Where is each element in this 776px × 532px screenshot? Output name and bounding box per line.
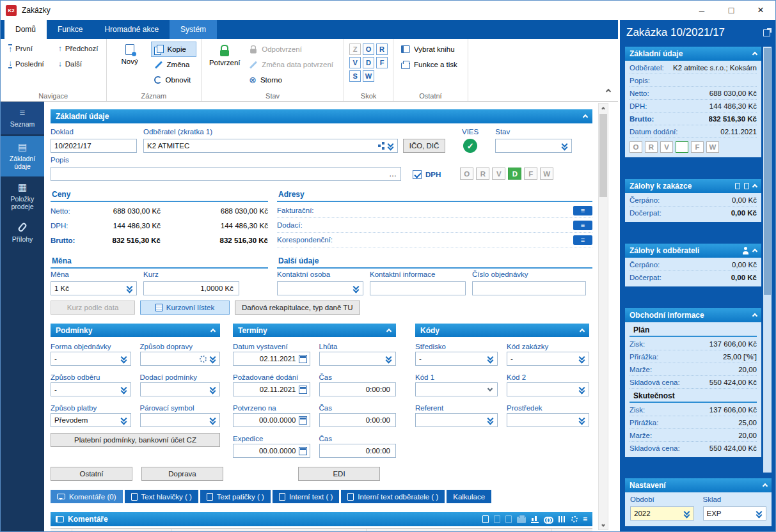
calendar-icon[interactable] [299, 416, 307, 425]
dodaci-podminky-field[interactable] [140, 382, 221, 396]
dropdown-icon[interactable] [209, 385, 217, 394]
kurzovni-listek-button[interactable]: Kurzovní lístek [140, 301, 230, 315]
doprava-button[interactable]: Doprava [141, 467, 223, 481]
sidebar-item-polozky-prodeje[interactable]: ▦Položky prodeje [1, 176, 44, 217]
calendar-icon[interactable] [299, 447, 307, 455]
jump-w-button[interactable]: W [363, 70, 374, 82]
collapse-section-button[interactable] [580, 326, 584, 335]
delete-comment-icon[interactable] [505, 515, 512, 523]
ribbon-tab-funkce[interactable]: Funkce [47, 20, 93, 39]
dropdown-icon[interactable] [578, 416, 586, 425]
confirm-button[interactable]: Potvrzení [207, 42, 242, 87]
dropdown-icon[interactable] [126, 284, 134, 293]
tab-text-paticky[interactable]: Text patičky ( ) [200, 490, 271, 503]
column-poradi[interactable]: Pořadí [552, 529, 592, 532]
kontaktni-informace-field[interactable] [370, 281, 466, 295]
collapse-section-button[interactable] [753, 49, 757, 58]
refresh-button[interactable]: Obnovit [152, 73, 196, 87]
dropdown-icon[interactable] [120, 354, 128, 363]
unconfirm-button[interactable]: Odpotvrzení [246, 42, 338, 56]
calendar-icon[interactable] [299, 355, 307, 363]
change-button[interactable]: Změna [152, 58, 196, 72]
zpusob-platby-field[interactable]: Převodem [51, 413, 131, 427]
dropdown-icon[interactable] [385, 354, 393, 363]
dropdown-icon[interactable] [209, 416, 217, 425]
storno-button[interactable]: ⊗Storno [246, 73, 338, 87]
next-button[interactable]: ↓Další [56, 58, 101, 70]
kod-2-field[interactable] [507, 382, 589, 396]
close-button[interactable] [746, 1, 775, 20]
jump-v-button[interactable]: V [349, 57, 361, 68]
dropdown-icon[interactable] [387, 141, 395, 150]
dropdown-icon[interactable] [352, 284, 360, 293]
ribbon-tab-domu[interactable]: Domů [4, 20, 47, 39]
column-nazev[interactable]: Název [171, 529, 367, 532]
mena-field[interactable]: 1 Kč [51, 281, 137, 295]
copy-button[interactable]: Kopie [152, 42, 196, 56]
doklad-field[interactable]: 10/2021/17 [51, 139, 137, 153]
dropdown-icon[interactable] [578, 354, 586, 363]
ribbon-collapse-button[interactable] [606, 84, 610, 96]
potvrzeno-na-field[interactable]: 00.00.0000 [233, 413, 310, 427]
tab-interni-text-odberatele[interactable]: Interní text odběratele ( ) [341, 490, 445, 503]
new-comment-icon[interactable] [482, 515, 489, 523]
dropdown-icon[interactable] [561, 141, 569, 150]
jump-s-button[interactable]: S [349, 70, 361, 82]
scroll-up-button[interactable] [599, 104, 608, 113]
dropdown-icon[interactable] [487, 354, 495, 363]
cislo-objednavky-field[interactable] [472, 281, 586, 295]
last-button[interactable]: ↓Poslední [6, 58, 47, 70]
minimize-button[interactable] [687, 1, 717, 20]
menu-icon[interactable]: ≡ [583, 515, 587, 523]
dropdown-icon[interactable] [578, 385, 586, 394]
jump-r-button[interactable]: R [376, 43, 388, 55]
sidebar-item-seznam[interactable]: ≡Seznam [1, 102, 44, 134]
kontaktni-osoba-field[interactable] [277, 281, 363, 295]
collapse-section-button[interactable] [763, 481, 767, 490]
jump-f-button[interactable]: F [376, 57, 388, 68]
expedice-field[interactable]: 00.00.0000 [233, 444, 310, 458]
dropdown-icon[interactable] [683, 509, 691, 518]
tab-kalkulace[interactable]: Kalkulace [447, 490, 491, 503]
address-menu-button[interactable] [573, 235, 592, 245]
open-external-icon[interactable] [763, 29, 770, 36]
collapse-section-button[interactable] [753, 182, 757, 191]
address-menu-button[interactable] [573, 206, 592, 215]
ellipsis-button[interactable] [388, 169, 398, 178]
scrollbar-thumb[interactable] [599, 114, 607, 197]
panel-scrollbar-thumb[interactable] [764, 48, 771, 295]
stredisko-field[interactable]: - [415, 352, 498, 366]
forma-objednavky-field[interactable]: - [51, 352, 131, 366]
select-book-button[interactable]: Vybrat knihu [399, 42, 463, 56]
pozadovane-dodani-field[interactable]: 02.11.2021 [233, 382, 310, 396]
barcode-icon[interactable] [558, 516, 566, 522]
jump-d-button[interactable]: D [363, 57, 374, 68]
jump-z-button[interactable]: Z [349, 43, 361, 55]
print-icon[interactable] [517, 517, 526, 523]
collapse-section-button[interactable] [211, 326, 215, 335]
chevron-down-icon[interactable] [487, 386, 493, 391]
cas-dodani-field[interactable]: 0:00:00 [319, 382, 397, 396]
gear-icon[interactable] [200, 356, 207, 363]
collapse-section-button[interactable] [387, 326, 391, 335]
dropdown-icon[interactable] [120, 416, 128, 425]
sidebar-item-prilohy[interactable]: Přílohy [1, 217, 44, 249]
collapse-section-button[interactable] [753, 246, 757, 255]
column-komentar[interactable]: Komentář 100 [367, 529, 552, 532]
sklad-field[interactable]: EXP [703, 506, 767, 520]
calendar-icon[interactable] [299, 386, 307, 394]
tab-interni-text[interactable]: Interní text ( ) [273, 490, 339, 503]
referent-field[interactable] [415, 413, 498, 427]
dph-checkbox[interactable] [413, 170, 422, 179]
tab-komentare[interactable]: Komentáře (0) [51, 490, 123, 503]
collapse-section-button[interactable] [753, 311, 757, 320]
dropdown-icon[interactable] [120, 385, 128, 394]
maximize-button[interactable] [717, 1, 746, 20]
stav-field[interactable] [495, 139, 572, 153]
kod-zakazky-field[interactable]: - [507, 352, 589, 366]
prostredek-field[interactable] [507, 413, 589, 427]
tab-text-hlavicky[interactable]: Text hlavičky ( ) [125, 490, 198, 503]
sidebar-item-zakladni-udaje[interactable]: ▤Základní údaje [1, 136, 44, 176]
search-binoculars-icon[interactable] [544, 517, 553, 522]
panel-scrollbar[interactable] [763, 47, 772, 473]
